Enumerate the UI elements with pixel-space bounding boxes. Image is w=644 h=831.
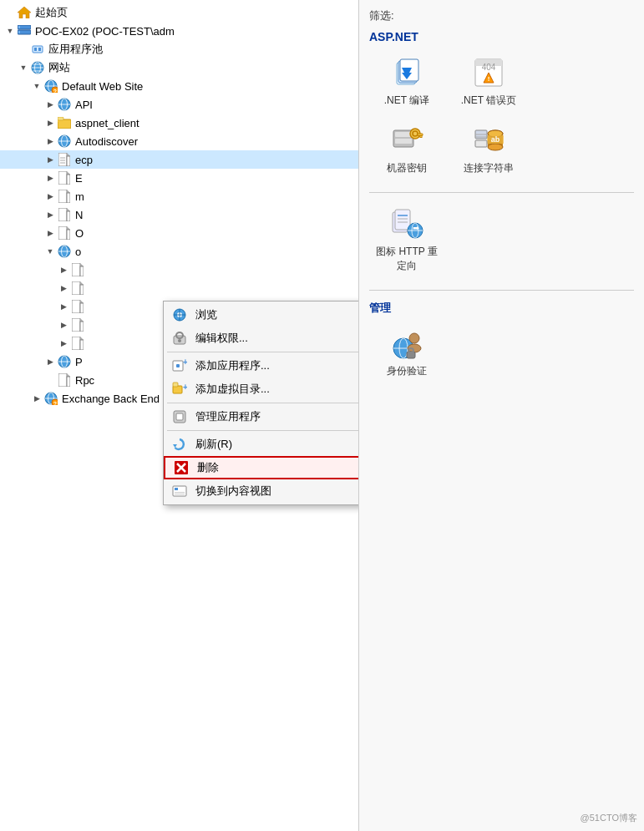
tree-item-start-page[interactable]: 起始页 — [0, 3, 358, 22]
delete-icon — [172, 459, 190, 477]
tree-label-exchange-backend: Exchange Back End — [62, 393, 160, 405]
context-menu-add-virtual[interactable]: + 添加虚拟目录... — [164, 377, 359, 401]
dotnet-error-label: .NET 错误页 — [461, 94, 516, 108]
machine-key-item[interactable]: 机器密钥 — [369, 119, 444, 179]
expand-arrow-api — [43, 98, 57, 111]
svg-rect-124 — [395, 210, 410, 230]
context-menu-manage-app[interactable]: 管理应用程序 ▶ — [164, 405, 359, 428]
browse-icon — [170, 306, 189, 324]
svg-rect-107 — [395, 132, 412, 137]
right-panel: 筛选: ASP.NET .NET 编译 — [359, 0, 644, 831]
tree-item-default-web-site[interactable]: ? Default Web Site — [0, 77, 358, 95]
page-icon-o-c4 — [70, 317, 85, 332]
connection-string-label: 连接字符串 — [464, 161, 514, 175]
tree-item-n[interactable]: N — [0, 205, 358, 224]
http-redirect-icon — [389, 206, 424, 241]
svg-rect-88 — [176, 413, 183, 420]
tree-item-o-child-2[interactable] — [0, 279, 358, 297]
svg-marker-49 — [80, 263, 84, 266]
svg-rect-44 — [67, 230, 70, 240]
expand-arrow-o-c5 — [57, 337, 70, 350]
tree-item-server[interactable]: POC-EX02 (POC-TEST\adm — [0, 22, 358, 40]
context-menu-browse[interactable]: 浏览 — [164, 303, 359, 327]
page-icon-o-c5 — [70, 336, 85, 351]
tree-label-m: m — [75, 190, 84, 203]
page-icon-n — [57, 207, 72, 222]
svg-marker-40 — [67, 208, 70, 211]
svg-rect-68 — [67, 377, 70, 387]
svg-rect-35 — [67, 175, 70, 185]
svg-marker-28 — [67, 153, 70, 156]
second-features-grid: 图标 HTTP 重定向 — [369, 203, 634, 276]
tree-item-o-child-1[interactable] — [0, 261, 358, 279]
browse-label: 浏览 — [195, 307, 359, 322]
svg-rect-7 — [38, 48, 41, 51]
svg-rect-59 — [80, 322, 84, 332]
svg-point-135 — [409, 333, 419, 343]
server-icon — [17, 23, 32, 38]
auth-item[interactable]: 身份验证 — [369, 322, 444, 382]
context-menu-delete[interactable]: 删除 — [164, 456, 359, 479]
aspnet-features-grid: .NET 编译 404 ! .NET 错误页 — [369, 52, 634, 179]
svg-rect-112 — [420, 136, 422, 138]
tree-label-e: E — [75, 172, 83, 185]
left-panel: 起始页 POC-EX02 (POC-TEST\adm — [0, 0, 359, 831]
machine-key-icon — [389, 123, 424, 158]
page-icon-m — [57, 189, 72, 204]
dotnet-error-item[interactable]: 404 ! .NET 错误页 — [451, 52, 526, 111]
tree-label-ecp: ecp — [75, 154, 93, 166]
page-icon-o-c3 — [70, 299, 85, 314]
dotnet-compile-icon — [389, 55, 424, 90]
tree-item-app-pools[interactable]: 应用程序池 — [0, 40, 358, 58]
add-virtual-label: 添加虚拟目录... — [195, 382, 359, 397]
svg-rect-93 — [173, 486, 186, 496]
filter-label: 筛选: — [369, 8, 634, 23]
tree-item-o-lower[interactable]: o — [0, 242, 358, 261]
svg-marker-0 — [18, 7, 31, 18]
connection-string-icon: ab — [471, 123, 506, 158]
svg-rect-84 — [173, 386, 182, 393]
context-menu-switch-view[interactable]: 切换到内容视图 — [164, 479, 359, 503]
expand-arrow-autodiscover — [43, 134, 57, 148]
svg-marker-34 — [67, 171, 70, 175]
manage-features-grid: 身份验证 — [369, 322, 634, 382]
tree-item-aspnet-client[interactable]: aspnet_client — [0, 114, 358, 132]
tree-label-o-upper: O — [75, 227, 84, 240]
svg-rect-95 — [175, 492, 185, 493]
page-icon-o-upper — [57, 225, 72, 241]
svg-marker-55 — [80, 300, 84, 303]
svg-rect-4 — [18, 31, 20, 33]
expand-arrow-n — [43, 208, 57, 221]
tree-label-api: API — [75, 99, 93, 111]
context-menu-edit-permissions[interactable]: 编辑权限... — [164, 327, 359, 350]
separator-2 — [167, 403, 359, 403]
expand-arrow-server — [3, 24, 17, 38]
tree-item-autodiscover[interactable]: Autodiscover — [0, 132, 358, 150]
context-menu-add-app[interactable]: + 添加应用程序... — [164, 354, 359, 377]
context-menu-refresh[interactable]: 刷新(R) — [164, 433, 359, 456]
svg-rect-36 — [58, 190, 67, 203]
http-redirect-item[interactable]: 图标 HTTP 重定向 — [369, 203, 444, 276]
expand-arrow-o-c1 — [57, 263, 70, 276]
svg-rect-38 — [67, 193, 70, 203]
tree-item-e[interactable]: E — [0, 169, 358, 187]
svg-rect-108 — [395, 139, 412, 144]
expand-arrow-m — [43, 190, 57, 203]
svg-text:404: 404 — [482, 63, 496, 72]
tree-item-o-upper[interactable]: O — [0, 224, 358, 242]
dotnet-compile-item[interactable]: .NET 编译 — [369, 52, 444, 111]
svg-rect-54 — [72, 300, 80, 313]
globe-icon-o-lower — [57, 244, 72, 259]
tree-item-m[interactable]: m — [0, 187, 358, 205]
tree-label-p: P — [75, 356, 83, 368]
tree-item-sites[interactable]: 网站 — [0, 58, 358, 77]
tree-label-pools: 应用程序池 — [48, 42, 103, 57]
globe-icon-api — [57, 97, 72, 112]
tree-item-ecp[interactable]: ecp — [0, 150, 358, 169]
svg-point-80 — [178, 339, 181, 342]
connection-string-item[interactable]: ab 连接字符串 — [451, 119, 526, 179]
page-icon-rpc — [57, 372, 72, 388]
auth-label: 身份验证 — [387, 364, 427, 378]
svg-rect-6 — [34, 48, 37, 51]
tree-item-api[interactable]: API — [0, 95, 358, 114]
